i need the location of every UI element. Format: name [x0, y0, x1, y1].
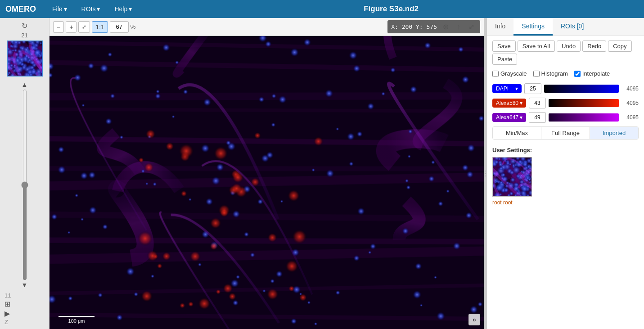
tab-rois[interactable]: ROIs [0] [553, 18, 592, 36]
navbar: OMERO File ▾ ROIs ▾ Help ▾ Figure S3e.nd… [0, 0, 644, 18]
channel-row-alexa580: Alexa580 ▾ 4095 [492, 98, 639, 108]
alexa647-min-input[interactable] [529, 112, 546, 123]
coord-text: X: 200 Y: 575 [391, 23, 437, 30]
right-panel: Info Settings ROIs [0] Save Save to All … [486, 18, 644, 329]
bottom-controls: 11 ⊞ ▶ Z [0, 290, 49, 327]
channel-alexa580-button[interactable]: Alexa580 ▾ [492, 99, 526, 108]
zoom-1to1-button[interactable]: 1:1 [92, 21, 108, 33]
channel-rows: DAPI ▾ 4095 Alexa580 ▾ 4095 [492, 83, 639, 123]
rois-dropdown-icon: ▾ [97, 5, 100, 13]
viewer-toolbar: − + ⤢ 1:1 % X: 200 Y: 575 ⊕ ↑ ⤢ [50, 18, 484, 36]
dapi-dropdown-icon: ▾ [515, 86, 518, 92]
arrow-up-button[interactable]: ↑ [455, 22, 463, 32]
play-icon[interactable]: ▶ [5, 309, 10, 318]
zoom-input[interactable] [110, 21, 129, 33]
slider-area: ▲ ▼ [0, 79, 49, 290]
alexa580-gradient [549, 99, 619, 107]
interpolate-checkbox-label[interactable]: Interpolate [574, 70, 610, 77]
tab-settings[interactable]: Settings [513, 18, 553, 36]
tab-info[interactable]: Info [487, 18, 513, 36]
right-tabs: Info Settings ROIs [0] [487, 18, 644, 36]
dapi-gradient [544, 85, 619, 93]
zoom-out-button[interactable]: − [53, 21, 64, 33]
histogram-checkbox[interactable] [533, 71, 540, 77]
nav-file[interactable]: File ▾ [50, 4, 70, 14]
slider-down-arrow[interactable]: ▼ [21, 280, 29, 289]
save-button[interactable]: Save [492, 41, 516, 52]
viewer-bottom-right: » [468, 314, 480, 325]
scale-bar: 100 μm [59, 316, 95, 324]
user-settings-name[interactable]: root root [492, 199, 639, 206]
alexa647-dropdown-icon: ▾ [520, 114, 522, 121]
slider-up-arrow[interactable]: ▲ [21, 80, 29, 89]
z-number: 11 [5, 292, 11, 299]
z-count: 21 [21, 32, 27, 39]
checkboxes-row: Grayscale Histogram Interpolate [492, 70, 639, 77]
viewer-area: − + ⤢ 1:1 % X: 200 Y: 575 ⊕ ↑ ⤢ 100 μm » [50, 18, 484, 329]
alexa580-max: 4095 [621, 100, 639, 106]
layers-icon[interactable]: ⊞ [5, 300, 10, 308]
nav-help[interactable]: Help ▾ [112, 4, 135, 14]
alexa647-max: 4095 [621, 114, 639, 121]
alexa580-min-input[interactable] [529, 98, 546, 108]
zoom-percent-label: % [131, 23, 136, 30]
dapi-max: 4095 [621, 86, 639, 92]
coord-display: X: 200 Y: 575 ⊕ ↑ ⤢ [387, 20, 480, 33]
zoom-in-button[interactable]: + [66, 21, 77, 33]
channel-alexa647-button[interactable]: Alexa647 ▾ [492, 113, 526, 122]
channel-row-dapi: DAPI ▾ 4095 [492, 83, 639, 94]
main-layout: ↻ 21 ▲ ▼ 11 ⊞ ▶ Z − + ⤢ 1:1 % X: 200 [0, 18, 644, 329]
histogram-checkbox-label[interactable]: Histogram [533, 70, 568, 77]
user-settings-label: User Settings: [492, 147, 639, 153]
undo-button[interactable]: Undo [557, 41, 581, 52]
help-dropdown-icon: ▾ [129, 5, 132, 13]
fit-button[interactable]: ⤢ [78, 21, 90, 33]
z-label-text: Z [5, 319, 8, 325]
z-slider[interactable] [20, 89, 30, 280]
alexa647-gradient [549, 113, 619, 122]
user-settings: User Settings: root root [492, 147, 639, 206]
settings-content: Save Save to All Undo Redo Copy Paste Gr… [487, 36, 644, 329]
refresh-icon[interactable]: ↻ [22, 22, 27, 30]
save-to-all-button[interactable]: Save to All [518, 41, 555, 52]
scale-bar-label: 100 μm [68, 318, 85, 324]
image-canvas[interactable]: 100 μm » [50, 36, 484, 329]
grayscale-checkbox-label[interactable]: Grayscale [492, 70, 527, 77]
full-range-button[interactable]: Full Range [541, 127, 590, 139]
redo-button[interactable]: Redo [582, 41, 606, 52]
brand-logo: OMERO [5, 5, 36, 14]
file-dropdown-icon: ▾ [64, 5, 67, 13]
nav-rois[interactable]: ROIs ▾ [79, 4, 103, 14]
user-settings-thumbnail[interactable] [492, 157, 532, 197]
expand-button[interactable]: » [468, 314, 480, 325]
scale-bar-line [59, 316, 95, 317]
copy-button[interactable]: Copy [608, 41, 631, 52]
action-buttons: Save Save to All Undo Redo Copy Paste [492, 41, 639, 65]
channel-row-alexa647: Alexa647 ▾ 4095 [492, 112, 639, 123]
range-buttons: Min/Max Full Range Imported [492, 126, 639, 140]
paste-button[interactable]: Paste [492, 54, 517, 65]
channel-dapi-button[interactable]: DAPI ▾ [492, 84, 522, 93]
grayscale-checkbox[interactable] [492, 71, 499, 77]
dapi-min-input[interactable] [524, 83, 541, 94]
alexa580-dropdown-icon: ▾ [520, 100, 522, 106]
interpolate-checkbox[interactable] [574, 71, 581, 77]
thumbnail-container[interactable] [7, 41, 43, 77]
crosshair-button[interactable]: ⊕ [441, 22, 451, 32]
min-max-button[interactable]: Min/Max [493, 127, 541, 139]
imported-button[interactable]: Imported [590, 127, 638, 139]
fullscreen-button[interactable]: ⤢ [466, 22, 477, 32]
page-title: Figure S3e.nd2 [144, 5, 639, 14]
left-sidebar: ↻ 21 ▲ ▼ 11 ⊞ ▶ Z [0, 18, 50, 329]
